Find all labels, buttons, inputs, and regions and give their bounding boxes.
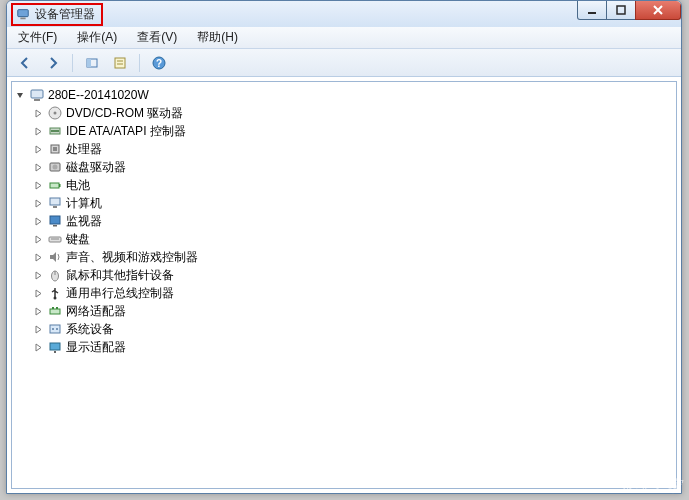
tree-content[interactable]: 280E--20141020W DVD/CD-ROM 驱动器IDE ATA/AT… [11, 81, 677, 489]
expand-icon[interactable] [32, 143, 44, 155]
network-icon [47, 303, 63, 319]
app-icon [15, 6, 31, 22]
svg-rect-21 [50, 183, 59, 188]
svg-rect-24 [53, 206, 57, 208]
tree-node-label: 监视器 [66, 213, 102, 230]
svg-rect-35 [50, 325, 60, 333]
expand-icon[interactable] [32, 161, 44, 173]
expand-icon[interactable] [32, 125, 44, 137]
nav-forward-button[interactable] [41, 52, 65, 74]
toolbar: ? [7, 49, 681, 77]
sound-icon [47, 249, 63, 265]
svg-rect-26 [53, 225, 57, 227]
device-manager-window: 设备管理器 文件(F) 操作(A) 查看(V) 帮助(H) [6, 0, 682, 494]
hdd-icon [47, 159, 63, 175]
svg-rect-11 [31, 90, 43, 98]
tree-node-label: DVD/CD-ROM 驱动器 [66, 105, 183, 122]
show-hide-button[interactable] [80, 52, 104, 74]
toolbar-separator-2 [139, 54, 140, 72]
expand-icon[interactable] [32, 341, 44, 353]
tree-node-label: 通用串行总线控制器 [66, 285, 174, 302]
expand-icon[interactable] [32, 269, 44, 281]
svg-rect-34 [56, 307, 58, 309]
svg-rect-32 [50, 309, 60, 314]
svg-text:?: ? [156, 58, 162, 69]
expand-icon[interactable] [32, 251, 44, 263]
expand-icon[interactable] [32, 287, 44, 299]
maximize-button[interactable] [606, 0, 636, 20]
svg-rect-12 [34, 99, 40, 101]
svg-point-31 [54, 297, 57, 300]
battery-icon [47, 177, 63, 193]
toolbar-separator [72, 54, 73, 72]
tree-node[interactable]: 磁盘驱动器 [32, 158, 674, 176]
properties-button[interactable] [108, 52, 132, 74]
svg-rect-25 [50, 216, 60, 224]
help-button[interactable]: ? [147, 52, 171, 74]
expand-icon[interactable] [32, 179, 44, 191]
keyboard-icon [47, 231, 63, 247]
menu-help[interactable]: 帮助(H) [192, 27, 243, 48]
computer-root-icon [29, 87, 45, 103]
svg-rect-39 [54, 351, 56, 353]
expand-icon[interactable] [32, 107, 44, 119]
tree-node[interactable]: 处理器 [32, 140, 674, 158]
tree-node[interactable]: 监视器 [32, 212, 674, 230]
display-icon [47, 339, 63, 355]
expand-icon[interactable] [32, 233, 44, 245]
expand-icon[interactable] [32, 197, 44, 209]
tree-node[interactable]: DVD/CD-ROM 驱动器 [32, 104, 674, 122]
menu-file[interactable]: 文件(F) [13, 27, 62, 48]
tree-node[interactable]: 声音、视频和游戏控制器 [32, 248, 674, 266]
svg-rect-6 [115, 58, 125, 68]
window-title: 设备管理器 [35, 6, 95, 23]
tree-node[interactable]: 系统设备 [32, 320, 674, 338]
svg-rect-1 [20, 18, 25, 20]
svg-point-36 [52, 328, 54, 330]
tree-node-label: 电池 [66, 177, 90, 194]
tree-node[interactable]: 电池 [32, 176, 674, 194]
tree-node-label: 系统设备 [66, 321, 114, 338]
tree-node-label: 处理器 [66, 141, 102, 158]
tree-node[interactable]: 计算机 [32, 194, 674, 212]
tree-node-label: 显示适配器 [66, 339, 126, 356]
nav-back-button[interactable] [13, 52, 37, 74]
minimize-button[interactable] [577, 0, 607, 20]
expand-icon[interactable] [32, 305, 44, 317]
svg-point-20 [53, 165, 58, 170]
tree-node[interactable]: 鼠标和其他指针设备 [32, 266, 674, 284]
svg-rect-38 [50, 343, 60, 350]
monitor-icon [47, 213, 63, 229]
titlebar[interactable]: 设备管理器 [7, 1, 681, 27]
svg-rect-2 [588, 12, 596, 14]
svg-rect-33 [52, 307, 54, 309]
collapse-icon[interactable] [14, 89, 26, 101]
title-highlight: 设备管理器 [11, 3, 103, 26]
tree-root-node[interactable]: 280E--20141020W [14, 86, 674, 104]
svg-point-14 [54, 112, 57, 115]
expand-icon[interactable] [32, 323, 44, 335]
svg-rect-0 [18, 10, 29, 17]
svg-rect-18 [53, 147, 57, 151]
svg-rect-3 [617, 6, 625, 14]
svg-point-37 [56, 328, 58, 330]
tree-node-label: IDE ATA/ATAPI 控制器 [66, 123, 186, 140]
tree-node-label: 磁盘驱动器 [66, 159, 126, 176]
tree-node[interactable]: 通用串行总线控制器 [32, 284, 674, 302]
tree-node[interactable]: 显示适配器 [32, 338, 674, 356]
computer-icon [47, 195, 63, 211]
system-icon [47, 321, 63, 337]
tree-node[interactable]: IDE ATA/ATAPI 控制器 [32, 122, 674, 140]
svg-rect-22 [59, 184, 61, 187]
cpu-icon [47, 141, 63, 157]
close-button[interactable] [635, 0, 681, 20]
ide-icon [47, 123, 63, 139]
disc-icon [47, 105, 63, 121]
tree-node[interactable]: 网络适配器 [32, 302, 674, 320]
expand-icon[interactable] [32, 215, 44, 227]
menu-view[interactable]: 查看(V) [132, 27, 182, 48]
tree-node-label: 声音、视频和游戏控制器 [66, 249, 198, 266]
tree-node-label: 鼠标和其他指针设备 [66, 267, 174, 284]
tree-node[interactable]: 键盘 [32, 230, 674, 248]
menu-action[interactable]: 操作(A) [72, 27, 122, 48]
